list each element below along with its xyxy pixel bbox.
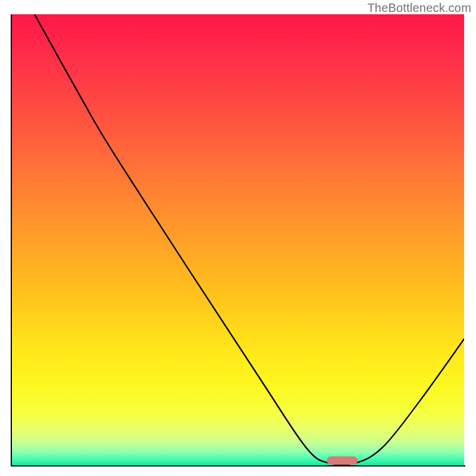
plot-axes-frame xyxy=(11,14,465,466)
watermark-text: TheBottleneck.com xyxy=(367,1,471,15)
